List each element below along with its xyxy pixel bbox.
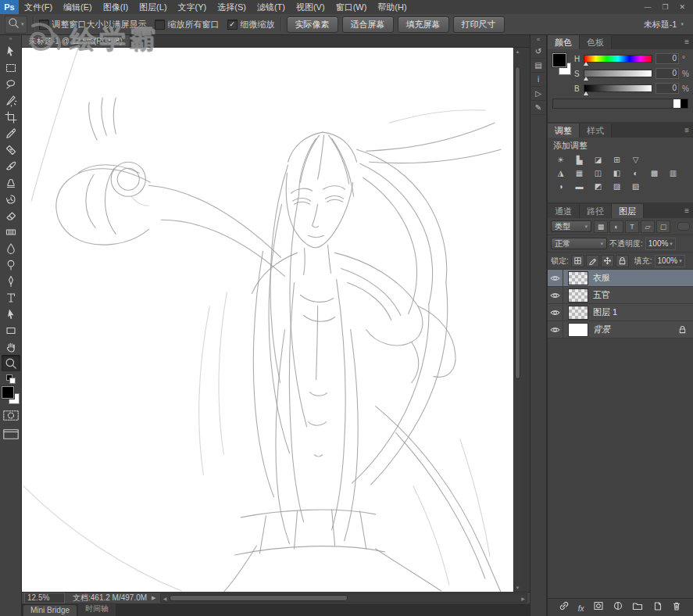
slider-thumb[interactable] [584, 77, 588, 81]
pen-tool[interactable] [2, 273, 20, 289]
checkbox-box[interactable] [39, 20, 49, 30]
history-brush-tool[interactable] [2, 191, 20, 207]
lock-position-button[interactable] [601, 255, 614, 267]
navigator-panel-icon[interactable]: ▤ [531, 59, 545, 73]
adjustment-icon-0-4[interactable]: ▽ [627, 153, 645, 167]
vertical-scrollbar-thumb[interactable] [515, 66, 520, 379]
dodge-tool[interactable] [2, 256, 20, 273]
clone-stamp-tool[interactable] [2, 174, 20, 191]
spectrum-ramp[interactable] [553, 99, 673, 108]
menu-item-2[interactable]: 图像(I) [98, 0, 134, 14]
default-colors-icon[interactable] [6, 374, 16, 384]
option-button-3[interactable]: 打印尺寸 [453, 16, 505, 33]
adjustment-icon-0-0[interactable]: ☀ [552, 153, 570, 167]
adjustment-icon-2-3[interactable]: ▨ [608, 180, 626, 193]
checkbox-2[interactable]: ✓细微缩放 [227, 19, 275, 30]
adjustment-icon-1-3[interactable]: ◧ [608, 167, 626, 180]
panel-menu-icon[interactable]: ≡ [680, 204, 693, 218]
delete-layer-button[interactable] [671, 600, 682, 614]
gradient-tool[interactable] [2, 224, 20, 240]
adjustment-icon-2-0[interactable]: ◑ [552, 180, 570, 193]
blur-tool[interactable] [2, 240, 20, 256]
brush-presets-panel-icon[interactable]: ✎ [531, 101, 545, 115]
layer-filter-icon-2[interactable]: T [625, 220, 639, 233]
layer-visibility-toggle[interactable] [548, 270, 563, 286]
menu-item-8[interactable]: 窗口(W) [330, 0, 373, 14]
b-slider[interactable] [584, 84, 652, 92]
eyedropper-tool[interactable] [2, 125, 20, 141]
adjustments-tab-1[interactable]: 样式 [580, 124, 612, 138]
foreground-color-swatch[interactable] [2, 386, 14, 399]
actions-panel-icon[interactable]: ▷ [531, 87, 545, 101]
scroll-left-arrow[interactable]: ◀ [161, 596, 168, 601]
lasso-tool[interactable] [2, 76, 20, 92]
adjustment-icon-1-4[interactable]: ◐ [627, 167, 645, 180]
panel-foreground-swatch[interactable] [552, 53, 566, 67]
canvas[interactable] [22, 48, 513, 592]
checkbox-0[interactable]: 调整窗口大小以满屏显示 [39, 19, 147, 30]
menu-item-4[interactable]: 文字(Y) [173, 0, 213, 14]
crop-tool[interactable] [2, 109, 20, 125]
quick-selection-tool[interactable] [2, 92, 20, 109]
opacity-field[interactable]: 100% ▾ [645, 238, 676, 250]
link-layers-button[interactable] [559, 600, 570, 614]
history-panel-icon[interactable]: ↺ [531, 45, 545, 59]
slider-thumb[interactable] [584, 62, 588, 66]
menu-item-9[interactable]: 帮助(H) [372, 0, 412, 14]
slider-value-field[interactable]: 0 [655, 83, 679, 94]
layer-style-button[interactable]: fx [578, 600, 584, 614]
layer-row-3[interactable]: 背景 [548, 321, 693, 338]
menu-item-6[interactable]: 滤镜(T) [252, 0, 291, 14]
adjustment-icon-1-0[interactable]: ◮ [552, 167, 570, 180]
option-button-1[interactable]: 适合屏幕 [342, 16, 394, 33]
layer-thumbnail[interactable] [568, 288, 588, 303]
s-slider[interactable] [584, 70, 652, 77]
filter-toggle-switch[interactable] [677, 222, 690, 231]
adjustment-icon-0-1[interactable]: ▙ [570, 153, 588, 167]
menu-item-0[interactable]: 文件(F) [19, 0, 58, 14]
checkbox-box[interactable]: ✓ [227, 20, 238, 30]
brush-tool[interactable] [2, 158, 20, 174]
lock-all-button[interactable] [616, 255, 629, 267]
close-button[interactable]: ✕ [679, 3, 685, 11]
zoom-tool[interactable] [2, 355, 20, 371]
checkbox-1[interactable]: 缩放所有窗口 [155, 19, 220, 30]
bottom-tab-0[interactable]: Mini Bridge [23, 605, 77, 616]
spectrum-white-swatch[interactable] [673, 99, 680, 108]
restore-button[interactable]: ❐ [662, 3, 668, 11]
layer-thumbnail[interactable] [568, 323, 588, 337]
adjustment-icon-1-6[interactable]: ▥ [664, 167, 682, 180]
layers-tab-1[interactable]: 路径 [580, 204, 612, 218]
layer-visibility-toggle[interactable] [548, 321, 563, 338]
adjustment-icon-1-5[interactable]: ▩ [645, 167, 663, 180]
fill-field[interactable]: 100% ▾ [655, 255, 685, 267]
adjustment-layer-button[interactable] [613, 600, 623, 614]
zoom-level-field[interactable]: 12.5% [24, 593, 65, 603]
layer-thumbnail[interactable] [568, 306, 588, 320]
slider-value-field[interactable]: 0 [655, 53, 679, 64]
minimize-button[interactable]: — [644, 3, 651, 11]
option-button-0[interactable]: 实际像素 [287, 16, 338, 33]
layer-row-0[interactable]: 衣服 [548, 270, 693, 287]
menu-item-7[interactable]: 视图(V) [291, 0, 330, 14]
layer-filter-icon-1[interactable]: ◐ [609, 220, 623, 233]
scroll-up-arrow[interactable]: ▲ [514, 48, 521, 56]
layers-tab-2[interactable]: 图层 [612, 204, 644, 218]
layer-filter-icon-0[interactable]: ▦ [594, 220, 608, 233]
option-button-2[interactable]: 填充屏幕 [398, 16, 449, 33]
scroll-right-arrow[interactable]: ▶ [520, 596, 527, 601]
quick-mask-button[interactable] [3, 410, 19, 424]
adjustment-icon-0-2[interactable]: ◪ [589, 153, 607, 167]
info-panel-icon[interactable]: i [531, 73, 545, 87]
add-mask-button[interactable] [593, 600, 604, 614]
color-spectrum-bar[interactable] [552, 98, 688, 109]
horizontal-scrollbar-thumb[interactable] [170, 595, 348, 601]
screen-mode-button[interactable] [3, 428, 19, 442]
toolbar-collapse-button[interactable]: » [9, 35, 13, 43]
bottom-tab-1[interactable]: 时间轴 [78, 603, 116, 616]
new-group-button[interactable] [632, 600, 643, 614]
tool-preset-picker[interactable]: ▾ [5, 16, 27, 34]
vertical-scrollbar[interactable]: ▲ ▼ [513, 48, 521, 592]
lock-transparency-button[interactable] [571, 255, 584, 267]
panel-menu-icon[interactable]: ≡ [680, 124, 693, 138]
